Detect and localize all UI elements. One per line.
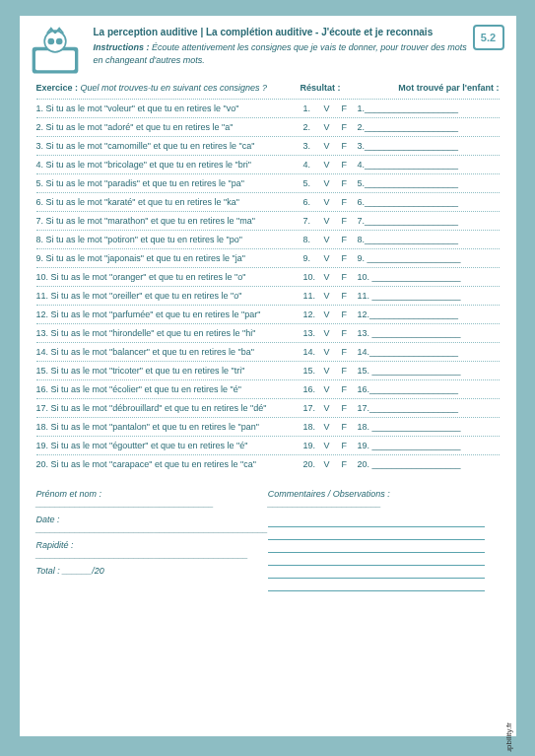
result-false[interactable]: F [342, 422, 358, 432]
question-text: 3. Si tu as le mot "camomille" et que tu… [36, 141, 303, 151]
exercise-row: 14. Si tu as le mot "balancer" et que tu… [36, 342, 500, 361]
instructions: Instructions : Écoute attentivement les … [94, 41, 472, 66]
answer-blank[interactable]: 6.___________________ [358, 197, 500, 207]
question-text: 1. Si tu as le mot "voleur" et que tu en… [36, 103, 303, 113]
exercise-row: 8. Si tu as le mot "potiron" et que tu e… [36, 230, 500, 248]
result-true[interactable]: V [324, 235, 342, 244]
result-true[interactable]: V [324, 103, 342, 113]
result-false[interactable]: F [342, 441, 358, 450]
result-false[interactable]: F [342, 366, 358, 376]
result-true[interactable]: V [324, 272, 342, 282]
footer: Prénom et nom : ________________________… [36, 483, 500, 591]
result-false[interactable]: F [342, 178, 358, 188]
result-true[interactable]: V [324, 441, 342, 450]
result-num: 11. [303, 291, 324, 301]
result-false[interactable]: F [342, 309, 358, 319]
result-false[interactable]: F [342, 197, 358, 207]
result-true[interactable]: V [324, 122, 342, 132]
result-true[interactable]: V [324, 459, 342, 469]
owl-logo-icon [31, 27, 80, 76]
result-false[interactable]: F [342, 216, 358, 226]
date-field[interactable]: Date : _________________________________… [36, 515, 268, 534]
result-num: 20. [303, 459, 324, 469]
result-num: 13. [303, 328, 324, 338]
result-false[interactable]: F [342, 272, 358, 282]
exercise-row: 2. Si tu as le mot "adoré" et que tu en … [36, 117, 500, 136]
result-false[interactable]: F [342, 103, 358, 113]
answer-blank[interactable]: 15. __________________ [358, 366, 500, 376]
answer-blank[interactable]: 10. __________________ [358, 272, 500, 282]
exercise-row: 15. Si tu as le mot "tricoter" et que tu… [36, 361, 500, 379]
name-field[interactable]: Prénom et nom : ________________________… [36, 489, 268, 509]
result-false[interactable]: F [342, 291, 358, 301]
result-true[interactable]: V [324, 366, 342, 376]
question-text: 14. Si tu as le mot "balancer" et que tu… [36, 347, 303, 357]
answer-blank[interactable]: 17.__________________ [358, 403, 500, 413]
exercise-row: 3. Si tu as le mot "camomille" et que tu… [36, 136, 500, 155]
answer-blank[interactable]: 4.___________________ [358, 160, 500, 170]
result-true[interactable]: V [324, 422, 342, 432]
answer-blank[interactable]: 9. ___________________ [358, 253, 500, 263]
result-true[interactable]: V [324, 253, 342, 263]
question-text: 17. Si tu as le mot "débrouillard" et qu… [36, 403, 303, 413]
result-false[interactable]: F [342, 122, 358, 132]
result-true[interactable]: V [324, 141, 342, 151]
comment-line[interactable] [268, 566, 485, 579]
result-true[interactable]: V [324, 216, 342, 226]
comment-line[interactable] [268, 553, 485, 566]
exercise-row: 10. Si tu as le mot "oranger" et que tu … [36, 267, 500, 286]
result-false[interactable]: F [342, 384, 358, 394]
comment-line[interactable] [268, 515, 485, 527]
result-true[interactable]: V [324, 160, 342, 170]
result-false[interactable]: F [342, 328, 358, 338]
answer-blank[interactable]: 2.___________________ [358, 122, 500, 132]
question-text: 4. Si tu as le mot "bricolage" et que tu… [36, 160, 303, 170]
svg-point-2 [44, 31, 66, 52]
result-false[interactable]: F [342, 403, 358, 413]
question-text: 7. Si tu as le mot "marathon" et que tu … [36, 216, 303, 226]
result-false[interactable]: F [342, 253, 358, 263]
result-false[interactable]: F [342, 347, 358, 357]
speed-field[interactable]: Rapidité : _____________________________… [36, 540, 268, 560]
answer-blank[interactable]: 1.___________________ [358, 103, 500, 113]
answer-blank[interactable]: 20. __________________ [358, 459, 500, 469]
level-badge: 5.2 [473, 25, 504, 50]
answer-blank[interactable]: 3.___________________ [358, 141, 500, 151]
question-text: 12. Si tu as le mot "parfumée" et que tu… [36, 309, 303, 319]
exercise-row: 16. Si tu as le mot "écolier" et que tu … [36, 379, 500, 398]
answer-blank[interactable]: 5.___________________ [358, 178, 500, 188]
question-text: 10. Si tu as le mot "oranger" et que tu … [36, 272, 303, 282]
comment-line[interactable] [268, 527, 485, 540]
result-false[interactable]: F [342, 235, 358, 244]
result-num: 19. [303, 441, 324, 450]
result-true[interactable]: V [324, 403, 342, 413]
result-true[interactable]: V [324, 347, 342, 357]
total-field[interactable]: Total : ______/20 [36, 566, 268, 576]
question-text: 2. Si tu as le mot "adoré" et que tu en … [36, 122, 303, 132]
answer-blank[interactable]: 7.___________________ [358, 216, 500, 226]
result-true[interactable]: V [324, 328, 342, 338]
result-true[interactable]: V [324, 309, 342, 319]
result-true[interactable]: V [324, 291, 342, 301]
answer-blank[interactable]: 14.__________________ [358, 347, 500, 357]
answer-blank[interactable]: 11. __________________ [358, 291, 500, 301]
comment-line[interactable] [268, 579, 485, 591]
exercise-table: 1. Si tu as le mot "voleur" et que tu en… [36, 99, 500, 473]
answer-blank[interactable]: 12.__________________ [358, 309, 500, 319]
result-true[interactable]: V [324, 197, 342, 207]
answer-blank[interactable]: 16.__________________ [358, 384, 500, 394]
question-text: 11. Si tu as le mot "oreiller" et que tu… [36, 291, 303, 301]
result-false[interactable]: F [342, 160, 358, 170]
result-true[interactable]: V [324, 384, 342, 394]
answer-blank[interactable]: 8.___________________ [358, 235, 500, 244]
answer-blank[interactable]: 13. __________________ [358, 328, 500, 338]
question-text: 19. Si tu as le mot "égoutter" et que tu… [36, 441, 303, 450]
result-false[interactable]: F [342, 459, 358, 469]
result-true[interactable]: V [324, 178, 342, 188]
comments-block: Commentaires / Observations : __________… [268, 483, 500, 591]
comment-line[interactable] [268, 540, 485, 553]
answer-blank[interactable]: 18. __________________ [358, 422, 500, 432]
result-false[interactable]: F [342, 141, 358, 151]
exercise-row: 12. Si tu as le mot "parfumée" et que tu… [36, 305, 500, 323]
answer-blank[interactable]: 19. __________________ [358, 441, 500, 450]
